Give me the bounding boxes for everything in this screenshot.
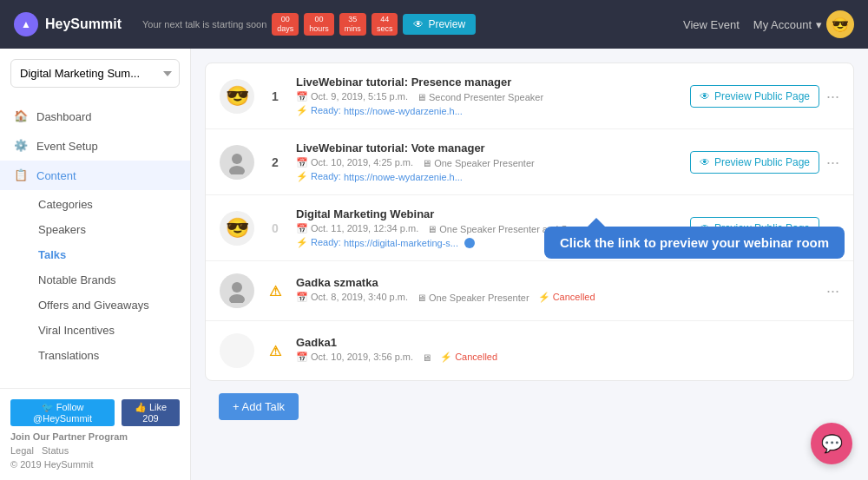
chat-icon: 💬	[821, 433, 843, 454]
days-unit: days	[277, 24, 293, 34]
countdown-hours: 00 hours	[304, 13, 334, 36]
talk-meta: 📅 Oct. 10, 2019, 3:56 p.m. 🖥 ⚡ Cancelled	[296, 352, 829, 363]
topnav-right: View Event My Account ▾ 😎	[683, 10, 854, 38]
svg-point-2	[232, 282, 242, 293]
talk-url[interactable]: https://nowe-wydarzenie.h...	[344, 172, 463, 182]
table-row: ⚠ Gadka szmatka 📅 Oct. 8, 2019, 3:40 p.m…	[206, 261, 853, 321]
top-navigation: ▲ HeySummit Your next talk is starting s…	[0, 0, 868, 49]
talk-date: 📅 Oct. 10, 2019, 3:56 p.m.	[296, 352, 413, 363]
my-account-menu[interactable]: My Account ▾ 😎	[753, 10, 854, 38]
secs-value: 44	[380, 15, 389, 24]
talk-info: Gadka1 📅 Oct. 10, 2019, 3:56 p.m. 🖥 ⚡ Ca…	[296, 336, 829, 365]
talk-title: Gadka1	[296, 336, 829, 349]
tooltip-text: Click the link to preview your webinar r…	[560, 235, 829, 250]
avatar: 😎	[220, 211, 254, 246]
days-value: 00	[281, 15, 290, 24]
talk-date: 📅 Oct. 9, 2019, 5:15 p.m.	[296, 91, 408, 102]
talk-meta: 📅 Oct. 8, 2019, 3:40 p.m. 🖥 One Speaker …	[296, 292, 816, 303]
talk-actions: ···	[826, 283, 839, 299]
sidebar-item-offers[interactable]: Offers and Giveaways	[24, 293, 190, 318]
talk-rank: ⚠	[265, 283, 286, 299]
dot-indicator	[464, 238, 475, 248]
talk-title: LiveWebinar tutorial: Vote manager	[296, 141, 680, 155]
talk-title: Digital Marketing Webinar	[296, 207, 680, 220]
partner-program-link[interactable]: Join Our Partner Program	[10, 431, 180, 442]
talk-info: LiveWebinar tutorial: Vote manager 📅 Oct…	[296, 141, 680, 182]
talk-presenter: 🖥 Second Presenter Speaker	[417, 92, 543, 102]
sidebar-sub-menu: Categories Speakers Talks Notable Brands…	[0, 190, 190, 370]
add-talk-bar: + Add Talk	[205, 381, 854, 432]
secs-unit: secs	[377, 24, 393, 34]
event-selector[interactable]: Digital Marketing Sum...	[10, 59, 180, 88]
table-row: 😎 1 LiveWebinar tutorial: Presence manag…	[206, 63, 853, 129]
sidebar-item-label: Dashboard	[36, 110, 92, 123]
legal-link[interactable]: Legal	[10, 445, 34, 456]
sidebar-item-event-setup[interactable]: ⚙️ Event Setup	[0, 131, 190, 161]
table-row: 2 LiveWebinar tutorial: Vote manager 📅 O…	[206, 129, 853, 195]
status-link[interactable]: Status	[42, 445, 69, 456]
countdown-secs: 44 secs	[372, 13, 398, 36]
hours-unit: hours	[309, 24, 329, 34]
more-options-button[interactable]: ···	[826, 155, 839, 170]
person-icon	[225, 279, 249, 303]
countdown-mins: 35 mins	[339, 13, 366, 36]
sidebar-links: Legal Status	[10, 445, 180, 456]
hours-value: 00	[315, 15, 324, 24]
sidebar-item-content[interactable]: 📋 Content	[0, 161, 190, 190]
avatar	[220, 145, 254, 180]
talks-list: 😎 1 LiveWebinar tutorial: Presence manag…	[205, 62, 854, 381]
copyright-text: © 2019 HeySummit	[10, 459, 180, 470]
talk-actions: 👁 Preview Public Page ···	[690, 151, 839, 174]
facebook-like-button[interactable]: 👍 Like 209	[122, 399, 180, 426]
more-options-button[interactable]: ···	[826, 89, 839, 104]
sidebar-item-categories[interactable]: Categories	[24, 192, 190, 217]
talk-info: Gadka szmatka 📅 Oct. 8, 2019, 3:40 p.m. …	[296, 276, 816, 306]
event-setup-icon: ⚙️	[14, 139, 28, 153]
table-row: ⚠ Gadka1 📅 Oct. 10, 2019, 3:56 p.m. 🖥 ⚡ …	[206, 321, 853, 380]
talk-presenter: 🖥 One Speaker Presenter	[422, 158, 535, 168]
sidebar-item-speakers[interactable]: Speakers	[24, 217, 190, 242]
preview-public-button[interactable]: 👁 Preview Public Page	[690, 85, 819, 108]
add-talk-button[interactable]: + Add Talk	[219, 393, 299, 420]
avatar: 😎	[220, 79, 254, 114]
sidebar-item-translations[interactable]: Translations	[24, 343, 190, 368]
twitter-follow-button[interactable]: 🐦 Follow @HeySummit	[10, 399, 115, 426]
preview-button[interactable]: 👁 Preview	[403, 14, 476, 35]
svg-point-3	[229, 294, 245, 303]
logo-icon: ▲	[14, 12, 38, 36]
sidebar-item-talks[interactable]: Talks	[24, 242, 190, 267]
talk-url[interactable]: https://nowe-wydarzenie.h...	[344, 106, 463, 116]
countdown-days: 00 days	[272, 13, 299, 36]
talk-presenter: 🖥	[422, 352, 431, 363]
sidebar-item-label: Content	[36, 169, 76, 182]
mins-value: 35	[348, 15, 357, 24]
countdown-label: Your next talk is starting soon	[142, 19, 266, 30]
view-event-link[interactable]: View Event	[683, 18, 740, 31]
sidebar: Digital Marketing Sum... 🏠 Dashboard ⚙️ …	[0, 49, 191, 480]
talk-title: Gadka szmatka	[296, 276, 816, 289]
sidebar-item-notable-brands[interactable]: Notable Brands	[24, 267, 190, 293]
avatar: 😎	[826, 10, 854, 38]
preview-public-button[interactable]: 👁 Preview Public Page	[690, 151, 819, 174]
add-talk-label: + Add Talk	[233, 400, 285, 413]
cancelled-badge: ⚡ Cancelled	[538, 292, 595, 303]
logo-text: HeySummit	[45, 16, 122, 32]
talk-date: 📅 Oct. 11, 2019, 12:34 p.m.	[296, 223, 418, 234]
sidebar-item-dashboard[interactable]: 🏠 Dashboard	[0, 102, 190, 131]
sidebar-item-viral[interactable]: Viral Incentives	[24, 318, 190, 343]
sidebar-footer: 🐦 Follow @HeySummit 👍 Like 209 Join Our …	[0, 388, 190, 480]
talk-link: ⚡ Ready: https://nowe-wydarzenie.h...	[296, 105, 680, 116]
talk-rank: 2	[265, 155, 286, 169]
eye-icon: 👁	[700, 156, 710, 168]
more-options-button[interactable]: ···	[826, 283, 839, 299]
mins-unit: mins	[345, 24, 361, 34]
talk-url[interactable]: https://digital-marketing-s...	[344, 238, 458, 248]
content-icon: 📋	[14, 168, 28, 182]
talk-meta: 📅 Oct. 9, 2019, 5:15 p.m. 🖥 Second Prese…	[296, 91, 680, 102]
talk-rank: ⚠	[265, 343, 286, 359]
talk-info: LiveWebinar tutorial: Presence manager 📅…	[296, 76, 680, 116]
chevron-down-icon: ▾	[816, 18, 822, 31]
avatar	[220, 333, 254, 368]
preview-button-label: Preview	[428, 18, 465, 30]
fab-button[interactable]: 💬	[811, 423, 852, 464]
